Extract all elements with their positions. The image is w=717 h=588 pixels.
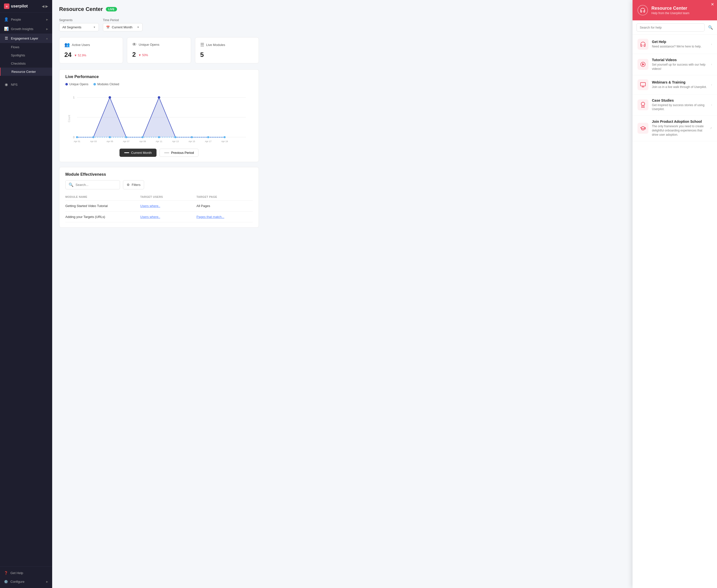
page-header: Resource Center LIVE (59, 6, 259, 13)
sidebar-item-configure[interactable]: ⚙️ Configure ▶ (0, 577, 52, 586)
logo-icon: u (4, 3, 9, 9)
graduation-cap-icon (640, 125, 646, 131)
sidebar-bottom: ❓ Get Help ⚙️ Configure ▶ (0, 566, 52, 588)
resource-center-label: Resource Center (12, 70, 36, 74)
sidebar-item-growth-insights[interactable]: 📊 Growth Insights ▶ (0, 24, 52, 34)
chevron-right-icon: ▶ (46, 27, 48, 30)
sidebar-item-nps[interactable]: ◉ NPS (0, 80, 52, 89)
resource-item-get-help[interactable]: Get Help Need assistance? We're here to … (632, 35, 717, 54)
live-modules-title: Live Modules (206, 43, 225, 47)
headset-icon (640, 7, 646, 13)
chevron-right-icon: › (711, 63, 712, 66)
sidebar-sub-item-checklists[interactable]: Checklists (0, 59, 52, 68)
filters-button[interactable]: ⚙ Filters (123, 180, 144, 189)
resource-item-tutorial-videos[interactable]: Tutorial Videos Set yourself up for succ… (632, 54, 717, 75)
module-name-cell: Adding your Targets (URLs) (65, 215, 140, 219)
handshake-icon (640, 41, 646, 47)
engagement-icon: ☰ (4, 36, 8, 41)
case-studies-icon-wrap (637, 99, 648, 110)
module-table: MODULE NAME TARGET USERS TARGET PAGE Get… (65, 193, 253, 223)
svg-point-8 (109, 96, 111, 99)
logo: u userpilot (4, 3, 28, 9)
target-users-cell[interactable]: Users where.. (140, 204, 197, 208)
resource-item-product-adoption-school[interactable]: Join Product Adoption School The only fr… (632, 115, 717, 141)
svg-text:Apr 17: Apr 17 (205, 140, 212, 143)
product-adoption-desc: The only framework you need to create de… (652, 124, 706, 137)
table-header-row: MODULE NAME TARGET USERS TARGET PAGE (65, 193, 253, 201)
svg-point-35 (641, 102, 645, 106)
sidebar-sub-item-spotlights[interactable]: Spotlights (0, 51, 52, 59)
unique-opens-value: 2 (132, 51, 136, 58)
resource-item-webinars[interactable]: Webinars & Training Join us in a live wa… (632, 75, 717, 94)
resource-item-case-studies[interactable]: Case Studies Get inspired by success sto… (632, 94, 717, 116)
case-studies-desc: Get inspired by success stories of using… (652, 103, 708, 111)
get-help-label: Get Help (10, 571, 23, 575)
growth-insights-icon: 📊 (4, 27, 8, 31)
product-adoption-title: Join Product Adoption School (652, 120, 706, 124)
time-period-label: Time Period (103, 18, 143, 22)
get-help-icon-wrap (637, 39, 648, 50)
sidebar-item-get-help[interactable]: ❓ Get Help (0, 569, 52, 577)
svg-text:Count: Count (68, 115, 70, 122)
modules-clicked-legend-label: Modules Clicked (97, 83, 119, 86)
col-target-users: TARGET USERS (140, 195, 197, 198)
svg-point-9 (158, 96, 160, 99)
svg-text:Apr 15: Apr 15 (189, 140, 195, 143)
sidebar-item-engagement-layer[interactable]: ☰ Engagement Layer ▲ (0, 34, 52, 43)
active-users-title: Active Users (72, 43, 90, 47)
time-period-dropdown[interactable]: 📅 Current Month ▼ (103, 23, 143, 31)
webinars-desc: Join us in a live walk through of Userpi… (652, 85, 708, 89)
search-input[interactable] (75, 183, 117, 187)
chevron-down-icon: ▼ (137, 26, 139, 28)
svg-point-13 (125, 136, 127, 138)
module-search-wrap[interactable]: 🔍 (65, 180, 120, 189)
sidebar-collapse-button[interactable]: ◀ ▶ (42, 4, 48, 8)
segments-label: Segments (59, 18, 99, 22)
tutorial-videos-desc: Set yourself up for success with our hel… (652, 63, 708, 71)
table-row: Getting Started Video Tutorial Users whe… (65, 201, 253, 211)
svg-text:Apr 01: Apr 01 (74, 140, 81, 143)
configure-icon: ⚙️ (4, 580, 8, 584)
live-badge: LIVE (106, 7, 117, 12)
target-page-cell[interactable]: Pages that match... (197, 215, 253, 219)
svg-text:Apr 09: Apr 09 (139, 140, 146, 143)
previous-period-button[interactable]: Previous Period (159, 149, 199, 157)
filters-row: Segments All Segments ▼ Time Period 📅 Cu… (59, 18, 259, 31)
filters-icon: ⚙ (127, 183, 130, 187)
sidebar-sub-item-resource-center[interactable]: Resource Center (0, 68, 52, 76)
webinars-icon-wrap (637, 79, 648, 90)
unique-opens-title: Unique Opens (139, 43, 159, 46)
search-icon: 🔍 (708, 25, 713, 30)
target-users-cell[interactable]: Users where.. (140, 215, 197, 219)
modules-clicked-dot (93, 83, 96, 85)
svg-text:Apr 03: Apr 03 (90, 140, 97, 143)
resource-panel-close-button[interactable]: ✕ (711, 2, 714, 6)
tutorial-videos-title: Tutorial Videos (652, 58, 708, 62)
get-help-title: Get Help (652, 40, 708, 44)
svg-point-18 (207, 136, 209, 138)
sidebar-item-people[interactable]: 👤 People ▶ (0, 15, 52, 24)
chevron-up-icon: ▲ (46, 37, 48, 40)
live-performance-title: Live Performance (65, 75, 253, 79)
active-users-change: ▼ 52.9% (74, 54, 86, 57)
configure-label: Configure (10, 580, 24, 584)
unique-opens-icon: 👁 (132, 42, 137, 47)
get-help-desc: Need assistance? We're here to help. (652, 44, 708, 49)
sidebar-sub-item-flows[interactable]: Flows (0, 43, 52, 51)
segments-dropdown[interactable]: All Segments ▼ (59, 23, 99, 31)
chevron-right-icon: ▶ (46, 18, 48, 21)
unique-opens-legend-label: Unique Opens (69, 83, 88, 86)
unique-opens-change: ▼ 50% (138, 54, 148, 57)
chevron-right-icon: › (711, 42, 712, 46)
module-effectiveness-title: Module Effectiveness (65, 172, 253, 177)
svg-text:1: 1 (73, 96, 74, 99)
resource-search-input[interactable] (636, 23, 704, 31)
sidebar-item-label: Engagement Layer (11, 37, 38, 40)
get-help-icon: ❓ (4, 571, 8, 575)
svg-point-17 (191, 136, 193, 138)
nps-icon: ◉ (4, 82, 8, 87)
current-month-button[interactable]: Current Month (120, 149, 156, 157)
external-link-icon: ↗ (710, 126, 712, 130)
svg-point-19 (223, 136, 225, 138)
tutorial-videos-icon-wrap (637, 59, 648, 70)
